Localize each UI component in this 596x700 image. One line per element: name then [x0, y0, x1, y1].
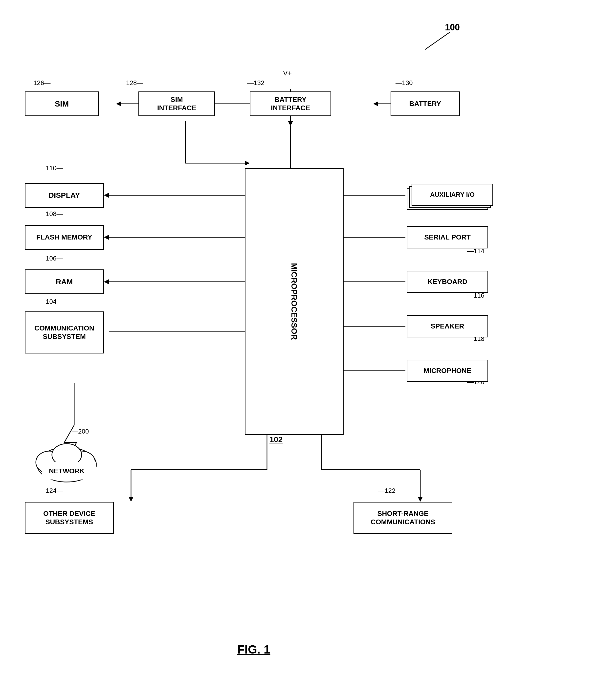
other-device-box: OTHER DEVICESUBSYSTEMS	[25, 502, 114, 534]
ref-106: 106—	[46, 255, 63, 262]
svg-marker-6	[373, 101, 378, 106]
auxiliary-io-box: AUXILIARY I/O	[412, 184, 493, 206]
svg-line-0	[425, 32, 450, 49]
display-box: DISPLAY	[25, 183, 104, 208]
short-range-box: SHORT-RANGECOMMUNICATIONS	[353, 502, 452, 534]
ref-132: —132	[247, 79, 264, 87]
vplus-label: V+	[283, 69, 292, 77]
ref-122: —122	[378, 487, 395, 495]
keyboard-box: KEYBOARD	[407, 271, 488, 293]
svg-marker-38	[128, 497, 133, 502]
ref-110: 110—	[46, 165, 63, 172]
ref-130: —130	[396, 79, 413, 87]
svg-marker-2	[116, 101, 121, 106]
network-cloud: NETWORK	[30, 435, 104, 484]
battery-interface-box: BATTERYINTERFACE	[250, 92, 331, 116]
svg-marker-21	[104, 279, 109, 284]
svg-marker-18	[104, 235, 109, 240]
svg-marker-15	[104, 193, 109, 198]
sim-interface-box: SIMINTERFACE	[139, 92, 215, 116]
svg-text:NETWORK: NETWORK	[49, 467, 85, 475]
figure-ref-label: 100	[445, 22, 460, 33]
battery-box: BATTERY	[391, 92, 460, 116]
microprocessor-box: MICROPROCESSOR	[245, 168, 344, 435]
flash-memory-box: FLASH MEMORY	[25, 225, 104, 250]
ref-102: 102	[269, 435, 282, 444]
figure-label: FIG. 1	[237, 643, 270, 656]
svg-marker-8	[288, 121, 293, 126]
ref-126: 126—	[33, 79, 50, 87]
svg-marker-42	[418, 497, 423, 502]
ref-104: 104—	[46, 298, 63, 305]
speaker-box: SPEAKER	[407, 315, 488, 338]
sim-box: SIM	[25, 92, 99, 116]
svg-marker-11	[245, 161, 250, 166]
serial-port-box: SERIAL PORT	[407, 226, 488, 248]
ref-128: 128—	[126, 79, 143, 87]
ram-box: RAM	[25, 269, 104, 294]
ref-108: 108—	[46, 210, 63, 218]
comm-subsystem-box: COMMUNICATIONSUBSYSTEM	[25, 311, 104, 353]
diagram-container: 100 V+ 126— SIM 128— SIMINTERFACE —132 B…	[0, 0, 596, 700]
ref-124: 124—	[46, 487, 63, 495]
microphone-box: MICROPHONE	[407, 360, 488, 382]
ref-200: —200	[72, 428, 89, 435]
